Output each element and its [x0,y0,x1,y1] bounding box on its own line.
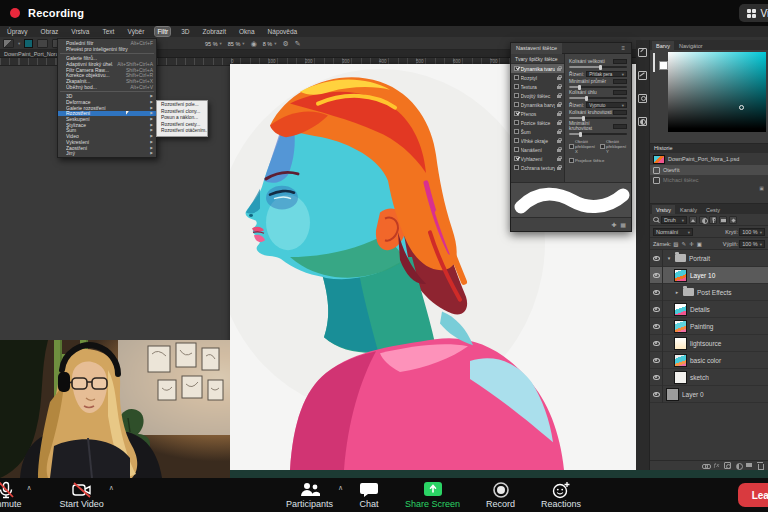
visibility-cell[interactable] [650,335,663,352]
lock-transparency-icon[interactable]: ▧ [673,241,678,247]
visibility-cell[interactable] [650,352,663,369]
slider-track[interactable] [569,133,627,135]
slider-knob-icon[interactable] [578,85,581,90]
history-camera-icon[interactable]: ▣ [759,185,764,193]
eye-icon[interactable] [653,341,660,346]
projection-checkbox[interactable]: Projekce štětce [569,158,604,163]
eye-icon[interactable] [653,392,660,397]
menu-text[interactable]: Text [100,27,116,36]
brush-property-přenos[interactable]: Přenos [511,109,564,118]
flow-value-chip[interactable]: 85 %▾ [228,41,245,47]
layer-row-painting[interactable]: Painting [650,318,768,335]
slider-track[interactable] [569,97,627,99]
filter-menu-item[interactable]: Převést pro inteligentní filtry [58,46,156,52]
eye-icon[interactable] [653,375,660,380]
filter-menu-item[interactable]: Úběžný bod...Alt+Ctrl+V [58,84,156,90]
brush-preset-icon[interactable] [3,39,14,48]
smoothing-value-chip[interactable]: 8 %▾ [263,41,277,47]
flip-x-checkbox[interactable]: Obrátit překlopení X [569,139,596,154]
brush-property-rozptyl[interactable]: Rozptyl [511,73,564,82]
foreground-color[interactable] [653,53,655,72]
control-select[interactable]: Vypnuto▾ [586,102,627,108]
checkbox-icon[interactable] [600,144,605,149]
menu-nápověda[interactable]: Nápověda [266,27,300,36]
history-step-open[interactable]: Otevřít [650,165,768,175]
eye-icon[interactable] [653,307,660,312]
fill-value[interactable]: 100 %▾ [739,240,765,248]
control-select[interactable]: Přítlak pera▾ [586,71,627,77]
tab-color[interactable]: Barvy [652,41,674,50]
slider-value-box[interactable] [613,124,627,129]
new-brush-icon[interactable]: ✚ [611,221,616,228]
brush-settings-tab[interactable]: Nastavení štětce [511,43,562,54]
start-video-button[interactable]: ∧ Start Video [54,478,110,512]
menu-3d[interactable]: 3D [179,27,191,36]
twirl-icon[interactable]: ▸ [674,289,680,295]
background-color[interactable] [659,61,668,70]
menu-úpravy[interactable]: Úpravy [5,27,30,36]
eye-icon[interactable] [653,324,660,329]
blend-mode-select[interactable]: Normální▾ [653,228,693,236]
layer-row-sketch[interactable]: sketch [650,369,768,386]
layer-row-layer-10[interactable]: Layer 10 [650,267,768,284]
tab-channels[interactable]: Kanály [676,205,701,214]
adjustments-panel-icon[interactable] [638,117,647,126]
brush-property-vyhlazení[interactable]: Vyhlazení [511,154,564,163]
slider-knob-icon[interactable] [579,132,582,137]
filter-smart-object-icon[interactable] [729,216,737,224]
brush-property-dynamika-tvaru[interactable]: Dynamika tvaru [511,64,564,73]
visibility-cell[interactable] [650,386,663,403]
brush-tip-shape-item[interactable]: Tvary špičky štětce [511,54,564,64]
layer-style-fx-icon[interactable]: ƒx [713,462,720,469]
delete-brush-icon[interactable]: ▦ [620,221,626,228]
eye-icon[interactable] [653,358,660,363]
history-step-mixer-brush[interactable]: Míchací štětec [650,175,768,185]
libraries-panel-icon[interactable] [638,94,647,103]
tab-layers[interactable]: Vrstvy [652,205,675,214]
eye-icon[interactable] [653,256,660,261]
checkbox-icon[interactable] [514,111,519,116]
checkbox-icon[interactable] [514,165,519,170]
brush-property-textura[interactable]: Textura [511,82,564,91]
brush-property-ochrana-textury[interactable]: Ochrana textury [511,163,564,172]
blur-submenu-item[interactable]: Rozostření otáčením... [157,128,207,135]
flip-y-checkbox[interactable]: Obrátit překlopení Y [600,139,627,154]
delete-layer-icon[interactable] [757,462,764,469]
menu-okna[interactable]: Okna [237,27,257,36]
airbrush-icon[interactable]: ◉ [251,40,257,47]
checkbox-icon[interactable] [514,93,519,98]
record-button[interactable]: Record [480,478,521,512]
history-snapshot-row[interactable]: DownPaint_Port_Nora_1.psd [650,153,768,165]
menu-filtr[interactable]: Filtr [155,27,170,36]
new-group-icon[interactable] [746,462,753,469]
kind-filter-select[interactable]: Druh▾ [661,216,687,224]
chevron-up-icon[interactable]: ∧ [109,484,114,492]
brush-panel-toggle-icon[interactable] [37,39,48,48]
checkbox-icon[interactable] [514,156,519,161]
tab-navigator[interactable]: Navigátor [675,41,707,50]
layer-row-lightsource[interactable]: lightsource [650,335,768,352]
brush-property-vlhké-okraje[interactable]: Vlhké okraje [511,136,564,145]
visibility-cell[interactable] [650,318,663,335]
checkbox-icon[interactable] [514,147,519,152]
checkbox-icon[interactable] [569,158,574,163]
layer-row-basic-color[interactable]: basic color [650,352,768,369]
checkbox-icon[interactable] [514,102,519,107]
eye-icon[interactable] [653,290,660,295]
checkbox-icon[interactable] [514,120,519,125]
leave-button[interactable]: Leave [738,483,768,507]
swatches-panel-icon[interactable] [638,48,647,57]
slider-value-box[interactable] [613,79,627,84]
brush-property-dynamika-barvy[interactable]: Dynamika barvy [511,100,564,109]
brushes-panel-icon[interactable] [638,71,647,80]
slider-knob-icon[interactable] [582,116,585,121]
filter-menu-item[interactable]: Jiný▶ [58,150,156,156]
brush-property-pozice-štětce[interactable]: Pozice štětce [511,118,564,127]
chevron-up-icon[interactable]: ∧ [338,484,343,492]
menu-výběr[interactable]: Výběr [125,27,146,36]
visibility-cell[interactable] [650,284,663,301]
layer-row-portrait[interactable]: ▾Portrait [650,250,768,267]
pen-pressure-icon[interactable]: ✎ [295,40,301,47]
slider-value-box[interactable] [613,110,627,115]
color-swatch-pair[interactable] [653,54,655,72]
